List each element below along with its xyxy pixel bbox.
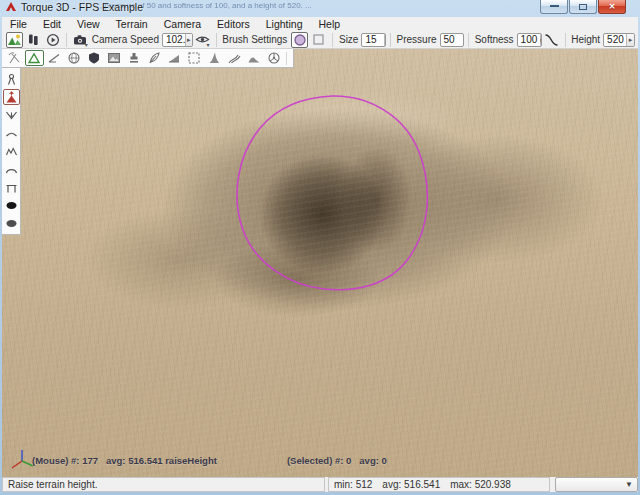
menu-terrain[interactable]: Terrain [108,17,156,31]
menu-view[interactable]: View [69,17,108,31]
toolbar-separator [565,33,566,47]
set-height-button[interactable] [3,179,20,195]
terrain-avg-stat: avg: 516.541 [382,479,440,490]
flatten-button[interactable] [3,161,20,177]
play-icon [46,33,60,47]
camera-speed-field[interactable]: 102.5 ▸ [162,33,193,47]
smooth-button[interactable] [3,125,20,141]
toolbar-separator [390,33,391,47]
sketch-tool-button[interactable] [5,50,24,66]
aero-ghost-text: , pressure of 50 and softness of 100, an… [100,1,560,10]
mesh-road-editor-button[interactable] [205,50,224,66]
menu-edit[interactable]: Edit [35,17,69,31]
lower-height-icon [5,109,18,122]
window-title: Torque 3D - FPS Example [21,1,143,13]
toolbar-separator [66,33,67,47]
material-editor-button[interactable] [65,50,84,66]
menu-camera[interactable]: Camera [156,17,209,31]
mouse-avg-stat: avg: 516.541 raiseHeight [106,455,217,466]
softness-curve-button[interactable] [543,32,560,48]
world-editor-button[interactable] [6,32,23,48]
falloff-curve-icon [544,33,559,47]
toolbar-separator [332,33,333,47]
terrain-painter-icon [47,51,61,65]
brush-square-button[interactable] [310,32,327,48]
circle-brush-icon [293,33,307,47]
restore-terrain-button[interactable] [3,215,20,231]
camera-menu-button[interactable]: ▾ [72,32,89,48]
maximize-button[interactable] [569,0,597,14]
minimize-button[interactable] [540,0,568,14]
size-label: Size [339,34,358,45]
camera-speed-spinner[interactable]: ▸ [185,34,192,46]
title-bar[interactable]: , pressure of 50 and softness of 100, an… [0,0,640,17]
toolbar-separator [468,33,469,47]
datablock-editor-button[interactable] [105,50,124,66]
terrain-editor-button[interactable] [25,50,44,66]
smooth-icon [5,127,18,140]
pressure-value[interactable]: 50 [441,34,463,45]
object-editor-button[interactable] [25,32,42,48]
height-spinner[interactable]: ▸ [626,34,634,46]
height-field[interactable]: 520 ▸ [603,33,635,47]
material-editor-icon [67,51,81,65]
main-toolbar: ▾ Camera Speed 102.5 ▸ ▾ Brush Settings [2,31,638,49]
raise-height-icon [5,91,18,104]
forest-editor-button[interactable] [245,50,264,66]
maximize-icon [579,4,587,10]
app-window: , pressure of 50 and softness of 100, an… [0,0,640,495]
grab-terrain-button[interactable] [3,71,20,87]
brush-settings-label: Brush Settings [222,34,287,45]
smooth-slope-button[interactable] [3,143,20,159]
menu-help[interactable]: Help [311,17,349,31]
terrain-editor-icon [27,51,41,65]
particle-editor-button[interactable] [145,50,164,66]
play-game-button[interactable] [44,32,61,48]
image-icon [107,51,121,65]
selected-count-stat: (Selected) #: 0 [287,455,351,466]
size-value[interactable]: 15 [362,34,384,45]
terrain-min-stat: min: 512 [334,479,372,490]
close-button[interactable]: ✕ [598,0,626,14]
menu-editors[interactable]: Editors [209,17,258,31]
lower-height-button[interactable] [3,107,20,123]
decal-editor-button[interactable] [125,50,144,66]
editor-tools-toolbar [2,49,294,68]
pressure-field[interactable]: 50 ▸ [440,33,464,47]
softness-spinner[interactable]: ▸ [540,34,542,46]
height-value[interactable]: 520 [604,34,626,45]
spike-icon [207,51,221,65]
shape-editor-button[interactable] [85,50,104,66]
size-spinner[interactable]: ▸ [384,34,385,46]
visibility-menu-button[interactable]: ▾ [194,32,211,48]
river-editor-button[interactable] [165,50,184,66]
navigation-editor-button[interactable] [265,50,284,66]
softness-label: Softness [475,34,514,45]
road-editor-button[interactable] [225,50,244,66]
smooth-slope-icon [5,145,18,158]
status-dropdown[interactable]: ▼ [555,477,638,492]
size-field[interactable]: 15 ▸ [361,33,385,47]
terrain-max-stat: max: 520.938 [450,479,511,490]
brush-circle-button[interactable] [291,32,308,48]
menu-lighting[interactable]: Lighting [258,17,311,31]
feather-icon [147,51,161,65]
status-bar: Raise terrain height. min: 512 avg: 516.… [2,477,638,492]
chevron-down-icon: ▼ [625,480,633,489]
terrain-viewport[interactable]: (Mouse) #: 177 avg: 516.541 raiseHeight … [2,49,638,477]
terrain-painter-button[interactable] [45,50,64,66]
dune-icon [247,51,261,65]
mission-area-editor-button[interactable] [185,50,204,66]
panels-icon [27,33,40,46]
softness-value[interactable]: 100 [518,34,540,45]
raise-height-button[interactable] [3,89,20,105]
clear-terrain-button[interactable] [3,197,20,213]
softness-field[interactable]: 100 ▸ [517,33,542,47]
brush-stats-overlay: (Mouse) #: 177 avg: 516.541 raiseHeight … [32,455,395,466]
grab-terrain-icon [5,73,18,86]
minimize-icon [550,4,559,7]
pressure-spinner[interactable]: ▸ [463,34,464,46]
camera-speed-value[interactable]: 102.5 [163,34,185,45]
menu-file[interactable]: File [2,17,35,31]
terrain-mountain-icon [7,33,22,46]
